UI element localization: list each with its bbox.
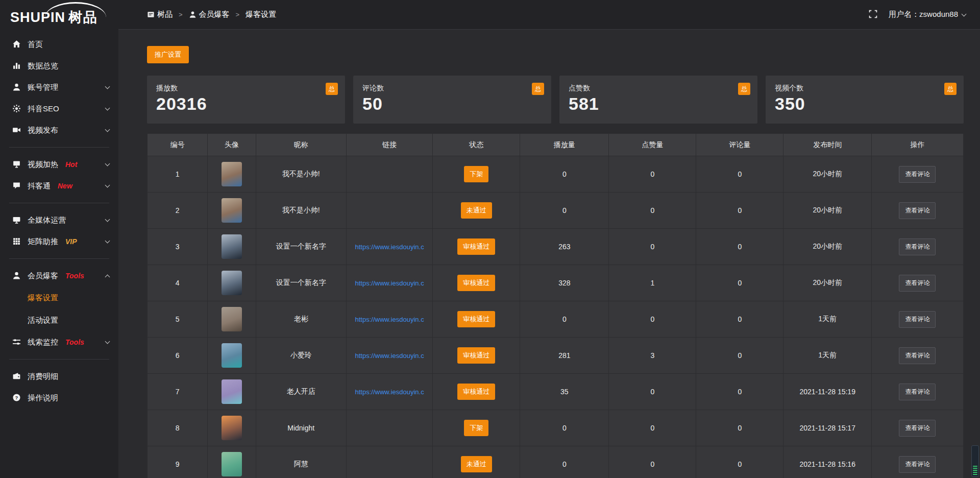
sidebar-item-label: 活动设置 — [28, 316, 58, 325]
cell-id: 1 — [148, 156, 208, 192]
stat-card: 视频个数350总 — [766, 76, 964, 124]
sidebar-item-data-overview[interactable]: 数据总览 — [0, 55, 118, 77]
cell-link — [347, 410, 433, 446]
status-button[interactable]: 审核通过 — [457, 311, 495, 327]
cell-id: 5 — [148, 301, 208, 337]
cell-comments: 0 — [696, 229, 783, 265]
cell-likes: 0 — [609, 446, 696, 478]
cell-id: 8 — [148, 410, 208, 446]
cell-plays: 328 — [520, 265, 609, 301]
stat-card: 播放数20316总 — [147, 76, 345, 124]
sidebar-divider — [9, 359, 109, 360]
chevron-down-icon — [105, 217, 110, 222]
sidebar-item-label: 消费明细 — [28, 372, 58, 381]
video-link[interactable]: https://www.iesdouyin.c — [355, 243, 424, 251]
cell-link: https://www.iesdouyin.c — [347, 338, 433, 373]
sidebar-item-label: 全媒体运营 — [28, 216, 66, 225]
status-button[interactable]: 下架 — [464, 166, 488, 182]
sidebar-item-account-management[interactable]: 账号管理 — [0, 77, 118, 98]
avatar — [222, 234, 242, 259]
sidebar-item-baoke-settings[interactable]: 爆客设置 — [0, 286, 118, 309]
view-comments-button[interactable]: 查看评论 — [899, 384, 936, 400]
status-button[interactable]: 审核通过 — [457, 384, 495, 400]
cell-id: 9 — [148, 446, 208, 478]
view-comments-button[interactable]: 查看评论 — [899, 202, 936, 219]
sidebar-item-label: 首页 — [28, 40, 43, 50]
cell-actions: 查看评论 — [872, 265, 963, 301]
sidebar-item-douyin-seo[interactable]: 抖音SEO — [0, 98, 118, 119]
sidebar-item-activity-settings[interactable]: 活动设置 — [0, 309, 118, 331]
status-button[interactable]: 审核通过 — [457, 347, 495, 364]
sidebar-item-home[interactable]: 首页 — [0, 34, 118, 55]
sidebar-item-badge: New — [58, 182, 72, 190]
avatar — [222, 271, 242, 295]
sidebar-item-media-operation[interactable]: 全媒体运营 — [0, 209, 118, 231]
topbar: 树品>会员爆客>爆客设置 用户名：zswodun88 — [118, 0, 980, 30]
sidebar-item-operation-guide[interactable]: ?操作说明 — [0, 387, 118, 409]
cell-actions: 查看评论 — [872, 410, 963, 446]
stat-value: 581 — [569, 94, 749, 114]
user-menu[interactable]: 用户名：zswodun88 — [889, 10, 966, 19]
breadcrumb-separator: > — [179, 11, 183, 18]
status-button[interactable]: 审核通过 — [457, 238, 495, 255]
table-header-cell: 点赞量 — [609, 134, 696, 156]
cell-nickname: 小爱玲 — [256, 338, 347, 373]
content: 推广设置 播放数20316总评论数50总点赞数581总视频个数350总 编号头像… — [118, 30, 980, 478]
floating-widget[interactable] — [971, 445, 979, 477]
sidebar-item-video-publish[interactable]: 视频发布 — [0, 119, 118, 141]
status-button[interactable]: 审核通过 — [457, 275, 495, 291]
chevron-down-icon — [105, 84, 110, 89]
breadcrumb: 树品>会员爆客>爆客设置 — [147, 10, 276, 19]
view-comments-button[interactable]: 查看评论 — [899, 275, 936, 292]
chevron-down-icon — [105, 238, 110, 244]
sidebar-item-douketong[interactable]: 抖客通New — [0, 175, 118, 197]
view-comments-button[interactable]: 查看评论 — [899, 311, 936, 328]
sidebar-item-matrix-boost[interactable]: 矩阵助推VIP — [0, 231, 118, 252]
bars-icon — [12, 61, 21, 70]
cell-plays: 0 — [520, 193, 609, 228]
sidebar-divider — [9, 147, 109, 148]
sidebar-item-member-baoke[interactable]: 会员爆客Tools — [0, 265, 118, 286]
gear-icon — [12, 104, 21, 113]
view-comments-button[interactable]: 查看评论 — [899, 347, 936, 364]
video-link[interactable]: https://www.iesdouyin.c — [355, 279, 424, 287]
promo-settings-button[interactable]: 推广设置 — [147, 46, 189, 63]
cell-link — [347, 156, 433, 192]
sidebar-divider — [9, 258, 109, 259]
chevron-down-icon — [105, 339, 110, 344]
table-header-cell: 播放量 — [520, 134, 609, 156]
sidebar-item-label: 操作说明 — [28, 393, 58, 403]
cell-status: 下架 — [433, 410, 520, 446]
cell-publish-time: 20小时前 — [783, 229, 872, 265]
cell-plays: 0 — [520, 446, 609, 478]
sidebar-item-clue-monitor[interactable]: 线索监控Tools — [0, 331, 118, 353]
view-comments-button[interactable]: 查看评论 — [899, 238, 936, 255]
view-comments-button[interactable]: 查看评论 — [899, 456, 936, 473]
table-header-cell: 评论量 — [696, 134, 783, 156]
video-link[interactable]: https://www.iesdouyin.c — [355, 316, 424, 323]
video-link[interactable]: https://www.iesdouyin.c — [355, 352, 424, 360]
status-button[interactable]: 未通过 — [461, 456, 492, 472]
cell-likes: 0 — [609, 374, 696, 410]
view-comments-button[interactable]: 查看评论 — [899, 166, 936, 183]
sidebar-item-consumption-details[interactable]: 消费明细 — [0, 366, 118, 387]
avatar — [222, 162, 242, 186]
sidebar-divider — [9, 203, 109, 203]
video-link[interactable]: https://www.iesdouyin.c — [355, 388, 424, 396]
breadcrumb-item[interactable]: 树品 — [147, 10, 173, 19]
table-header-cell: 操作 — [872, 134, 963, 156]
breadcrumb-item[interactable]: 会员爆客 — [189, 10, 230, 19]
cell-likes: 0 — [609, 301, 696, 337]
data-table: 编号头像昵称链接状态播放量点赞量评论量发布时间操作1我不是小帅!下架00020小… — [147, 133, 964, 478]
fullscreen-icon[interactable] — [869, 10, 877, 20]
status-button[interactable]: 未通过 — [461, 202, 492, 219]
cell-nickname: 老人开店 — [256, 374, 347, 410]
cell-publish-time: 20小时前 — [783, 156, 872, 192]
status-button[interactable]: 下架 — [464, 420, 488, 436]
chevron-up-icon — [105, 274, 110, 279]
cell-plays: 0 — [520, 156, 609, 192]
chevron-down-icon — [105, 161, 110, 166]
sidebar-item-video-heating[interactable]: 视频加热Hot — [0, 154, 118, 175]
view-comments-button[interactable]: 查看评论 — [899, 420, 936, 437]
user-icon — [189, 11, 199, 18]
